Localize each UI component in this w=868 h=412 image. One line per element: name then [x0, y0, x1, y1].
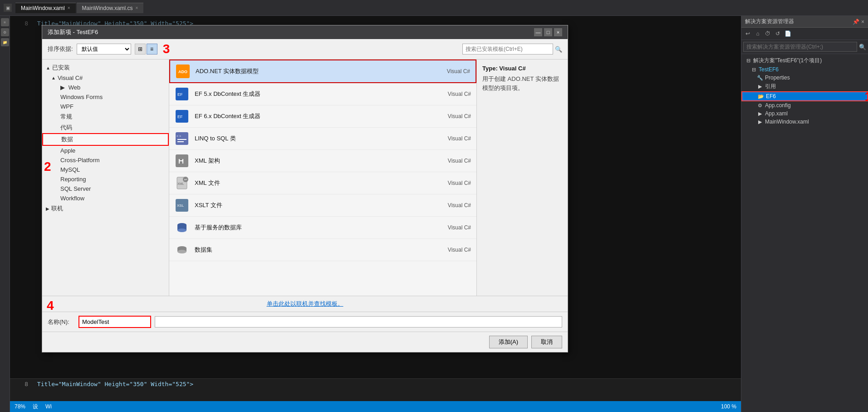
list-item-cat-7: Visual C#: [426, 224, 471, 231]
list-item-xml-schema[interactable]: XML 架构 Visual C#: [169, 150, 476, 172]
solution-close-icon[interactable]: ×: [861, 19, 864, 25]
sol-app-config[interactable]: ⚙ App.config: [741, 101, 868, 109]
svg-text:EF: EF: [177, 114, 183, 119]
solution-pin-icon[interactable]: 📌: [853, 19, 859, 25]
sol-mainwindow[interactable]: ▶ MainWindow.xaml: [741, 118, 868, 126]
sql-server-label: SQL Server: [60, 185, 91, 192]
info-description: 用于创建 ADO.NET 实体数据模型的项目项。: [482, 74, 562, 92]
sol-time-button[interactable]: ⏱: [763, 29, 772, 38]
search-icon[interactable]: 🔍: [555, 46, 562, 53]
sol-ef6[interactable]: 📂 EF6: [741, 91, 868, 101]
ef6-svg: EF: [176, 110, 188, 123]
tree-item-code[interactable]: 代码: [42, 122, 169, 133]
add-button[interactable]: 添加(A): [489, 336, 528, 348]
tree-item-winforms[interactable]: Windows Forms: [42, 92, 169, 102]
ef6-icon: EF: [175, 109, 189, 124]
sol-solution-root[interactable]: ⊟ 解决方案"TestEF6"(1个项目): [741, 56, 868, 65]
svg-text:XML: XML: [177, 182, 184, 185]
minimize-button[interactable]: —: [534, 28, 542, 36]
online-search-link[interactable]: 单击此处以联机并查找模板。: [267, 300, 343, 307]
dialog-toolbar: 排序依据: 默认值 ⊞ ≡ 3 🔍: [42, 39, 568, 60]
list-view-button[interactable]: ≡: [147, 44, 157, 55]
svg-point-22: [177, 228, 186, 232]
sol-properties[interactable]: 🔧 Properties: [741, 74, 868, 82]
app-xaml-label: App.xaml: [765, 110, 788, 117]
tree-item-wpf[interactable]: WPF: [42, 102, 169, 111]
cross-platform-label: Cross-Platform: [60, 157, 100, 164]
list-item-name-6: XSLT 文件: [195, 201, 420, 209]
sort-select[interactable]: 默认值: [77, 44, 131, 55]
annotation-4: 4: [47, 298, 54, 313]
tree-online[interactable]: ▶ 联机: [42, 203, 169, 214]
tree-item-web[interactable]: ▶ Web: [42, 83, 169, 92]
sol-app-xaml[interactable]: ▶ App.xaml: [741, 109, 868, 118]
sidebar-icon-2[interactable]: ⚙: [1, 28, 9, 36]
list-item-dataset[interactable]: 数据集 Visual C#: [169, 239, 476, 261]
solution-search-input[interactable]: [743, 42, 857, 52]
list-item-ef6[interactable]: EF EF 6.x DbContext 生成器 Visual C#: [169, 105, 476, 128]
tree-item-normal[interactable]: 常规: [42, 111, 169, 122]
tree-item-reporting[interactable]: Reporting: [42, 174, 169, 184]
app-xaml-icon: ▶: [757, 111, 763, 117]
tab-mainwindow-cs[interactable]: MainWindow.xaml.cs ×: [77, 3, 144, 13]
name-input-rest[interactable]: [155, 316, 562, 328]
sidebar-icon-1[interactable]: ≡: [1, 18, 9, 26]
svg-text:XSL: XSL: [177, 204, 184, 208]
tab-mainwindow-xaml[interactable]: MainWindow.xaml ×: [15, 3, 76, 13]
name-input-highlighted[interactable]: [78, 316, 151, 328]
workflow-label: Workflow: [60, 195, 84, 202]
annotation-2: 2: [44, 159, 51, 174]
list-item-xslt[interactable]: XSL XSLT 文件 Visual C#: [169, 194, 476, 217]
search-input[interactable]: [462, 44, 553, 55]
list-item-cat-0: Visual C#: [425, 68, 470, 74]
reporting-label: Reporting: [60, 176, 86, 183]
list-item-xml-file[interactable]: XML ↩ XML 文件 Visual C#: [169, 172, 476, 194]
tree-item-workflow[interactable]: Workflow: [42, 194, 169, 203]
dialog-titlebar: 添加新项 - TestEF6 — □ ×: [42, 25, 568, 39]
editor-area: 8 Title="MainWindow" Height="350" Width=…: [10, 16, 741, 401]
code-label: 代码: [60, 124, 72, 131]
list-item-ado[interactable]: ADO ADO.NET 实体数据模型 Visual C#: [169, 60, 476, 83]
sidebar-icon-3[interactable]: 📁: [1, 38, 9, 46]
sol-sync-button[interactable]: ↩: [743, 29, 752, 38]
tree-item-cross-platform[interactable]: Cross-Platform: [42, 155, 169, 165]
solution-search-icon[interactable]: 🔍: [859, 44, 866, 50]
status-zoom: 78%: [15, 403, 25, 410]
grid-view-button[interactable]: ⊞: [135, 44, 146, 55]
tree-item-mysql[interactable]: MySQL: [42, 165, 169, 174]
sol-newfile-button[interactable]: 📄: [783, 29, 792, 38]
maximize-button[interactable]: □: [544, 28, 552, 36]
svg-point-25: [177, 250, 186, 253]
list-item-service-db[interactable]: 基于服务的数据库 Visual C#: [169, 217, 476, 239]
close-tab-cs-icon[interactable]: ×: [136, 5, 138, 10]
close-tab-icon[interactable]: ×: [68, 5, 70, 10]
list-item-ef5[interactable]: EF EF 5.x DbContext 生成器 Visual C#: [169, 83, 476, 105]
web-arrow-icon: ▶: [60, 84, 65, 91]
sol-home-button[interactable]: ⌂: [753, 29, 762, 38]
status-wi: Wi: [45, 403, 52, 410]
app-icon: ▣: [4, 4, 12, 12]
close-dialog-button[interactable]: ×: [554, 28, 562, 36]
tree-item-data[interactable]: 数据: [42, 133, 169, 146]
tree-installed[interactable]: ▲ 已安装: [42, 62, 169, 73]
normal-label: 常规: [60, 113, 72, 120]
tree-item-apple[interactable]: Apple: [42, 146, 169, 155]
solution-name: 解决方案"TestEF6"(1个项目): [753, 57, 822, 65]
xml-file-svg: XML ↩: [176, 177, 188, 189]
dataset-svg: [176, 243, 188, 256]
list-item-linq[interactable]: < > LINQ to SQL 类 Visual C#: [169, 128, 476, 150]
cancel-button[interactable]: 取消: [531, 336, 562, 348]
tree-item-sql-server[interactable]: SQL Server: [42, 184, 169, 194]
annotation-1: 1: [864, 89, 868, 104]
ef5-svg: EF: [176, 88, 188, 100]
list-item-name-8: 数据集: [195, 246, 420, 254]
solution-toolbar: ↩ ⌂ ⏱ ↺ 📄: [741, 28, 868, 40]
sol-references[interactable]: ▶ 引用: [741, 82, 868, 91]
status-zoom2: 100 %: [721, 403, 736, 410]
service-db-icon: [175, 220, 189, 235]
sol-project[interactable]: ⊟ TestEF6: [741, 65, 868, 74]
sol-refresh-button[interactable]: ↺: [773, 29, 782, 38]
editor-bottom: 8 Title="MainWindow" Height="350" Width=…: [10, 378, 741, 401]
tree-visual-csharp[interactable]: ▲ Visual C#: [42, 73, 169, 83]
vs-sidebar: ≡ ⚙ 📁: [0, 16, 10, 412]
